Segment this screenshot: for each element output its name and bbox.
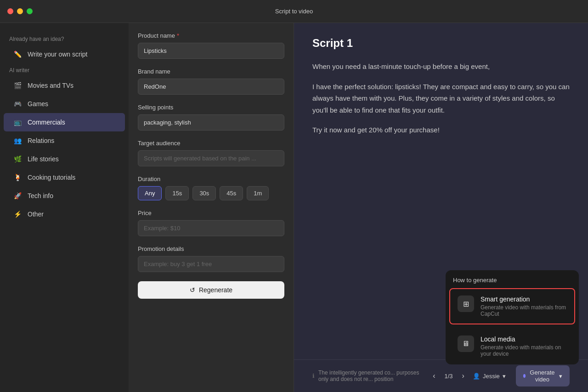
other-icon: ⚡ — [13, 210, 22, 219]
sidebar-item-movies[interactable]: 🎬 Movies and TVs — [4, 76, 125, 95]
duration-45s-button[interactable]: 45s — [220, 186, 243, 200]
duration-group: Duration Any 15s 30s 45s 1m — [138, 176, 284, 200]
footer-info-text: The intelligently generated co... purpos… — [318, 369, 429, 382]
popup-option-local-desc: Generate video with materials on your de… — [481, 344, 567, 357]
popup-option-local[interactable]: 🖥 Local media Generate video with materi… — [449, 328, 575, 364]
footer-right: 👤 Jessie ▾ Generate video ▾ — [468, 365, 570, 386]
price-group: Price — [138, 210, 284, 236]
relations-icon: 👥 — [13, 136, 22, 145]
titlebar: Script to video — [0, 0, 588, 23]
price-input[interactable] — [138, 220, 284, 236]
target-audience-group: Target audience — [138, 140, 284, 166]
regenerate-label: Regenerate — [199, 286, 232, 294]
sidebar-item-label-lifestories: Life stories — [28, 155, 59, 163]
sidebar-item-label-write-script: Write your own script — [28, 51, 87, 58]
sidebar-item-label-other: Other — [28, 210, 44, 218]
selling-points-label: Selling points — [138, 104, 284, 111]
duration-any-button[interactable]: Any — [138, 186, 162, 200]
main-layout: Already have an idea? ✏️ Write your own … — [0, 23, 588, 392]
promotion-details-group: Promotion details — [138, 245, 284, 272]
sidebar-item-games[interactable]: 🎮 Games — [4, 95, 125, 113]
product-name-label: Product name * — [138, 32, 284, 39]
sidebar-section-ai: AI writer — [0, 63, 129, 76]
product-name-input[interactable] — [138, 43, 284, 59]
sidebar-item-relations[interactable]: 👥 Relations — [4, 131, 125, 150]
user-avatar-icon: 👤 — [473, 373, 480, 380]
user-name: Jessie — [483, 373, 500, 380]
brand-name-input[interactable] — [138, 79, 284, 95]
generate-video-button[interactable]: Generate video ▾ — [516, 365, 570, 386]
sidebar-section-already: Already have an idea? — [0, 32, 129, 45]
footer-pagination: ‹ 1/3 › — [429, 370, 468, 382]
window-controls — [7, 8, 33, 14]
sidebar-item-label-techinfo: Tech info — [28, 192, 53, 199]
pagination-next-button[interactable]: › — [458, 370, 468, 382]
sidebar-item-write-script[interactable]: ✏️ Write your own script — [4, 45, 125, 63]
script-title: Script 1 — [312, 37, 570, 50]
target-audience-input[interactable] — [138, 150, 284, 166]
info-icon: ℹ — [312, 373, 315, 379]
brand-name-group: Brand name — [138, 68, 284, 95]
script-panel: Script 1 When you need a last-minute tou… — [294, 23, 588, 392]
movies-icon: 🎬 — [13, 81, 22, 90]
promotion-details-label: Promotion details — [138, 245, 284, 252]
sidebar-item-techinfo[interactable]: 🚀 Tech info — [4, 187, 125, 205]
regenerate-icon: ↺ — [190, 286, 195, 294]
user-button[interactable]: 👤 Jessie ▾ — [468, 370, 510, 382]
duration-label: Duration — [138, 176, 284, 182]
popup-header: How to generate — [446, 270, 579, 288]
sidebar-item-label-relations: Relations — [28, 137, 54, 144]
sidebar-item-commercials[interactable]: 📺 Commercials — [4, 113, 125, 131]
sidebar-item-label-games: Games — [28, 100, 48, 108]
how-to-generate-popup: How to generate ⊞ Smart generation Gener… — [446, 270, 579, 364]
script-paragraph-3: Try it now and get 20% off your purchase… — [312, 124, 570, 136]
promotion-details-input[interactable] — [138, 256, 284, 272]
pagination-prev-button[interactable]: ‹ — [429, 370, 439, 382]
generate-chevron-icon: ▾ — [559, 373, 562, 380]
lifestories-icon: 🌿 — [13, 154, 22, 164]
popup-option-smart[interactable]: ⊞ Smart generation Generate video with m… — [449, 288, 575, 324]
duration-30s-button[interactable]: 30s — [192, 186, 216, 200]
generate-video-label: Generate video — [529, 369, 555, 383]
selling-points-input[interactable] — [138, 114, 284, 131]
product-name-group: Product name * — [138, 32, 284, 59]
popup-option-smart-desc: Generate video with materials from CapCu… — [481, 304, 567, 317]
script-paragraph-1: When you need a last-minute touch-up bef… — [312, 61, 570, 73]
popup-option-smart-text: Smart generation Generate video with mat… — [481, 295, 567, 317]
popup-option-local-text: Local media Generate video with material… — [481, 335, 567, 357]
user-chevron-icon: ▾ — [503, 373, 506, 380]
sidebar-item-other[interactable]: ⚡ Other — [4, 205, 125, 223]
regenerate-button[interactable]: ↺ Regenerate — [138, 281, 284, 299]
maximize-button[interactable] — [27, 8, 33, 14]
close-button[interactable] — [7, 8, 13, 14]
sidebar-item-label-cooking: Cooking tutorials — [28, 174, 75, 181]
generate-dot-icon — [523, 374, 526, 378]
selling-points-group: Selling points — [138, 104, 284, 131]
commercials-icon: 📺 — [13, 118, 22, 127]
sidebar-item-label-commercials: Commercials — [28, 119, 65, 126]
price-label: Price — [138, 210, 284, 216]
script-paragraph-2: I have the perfect solution: lipsticks! … — [312, 81, 570, 116]
sidebar-item-cooking[interactable]: 🍹 Cooking tutorials — [4, 168, 125, 187]
target-audience-label: Target audience — [138, 140, 284, 147]
duration-buttons: Any 15s 30s 45s 1m — [138, 186, 284, 200]
techinfo-icon: 🚀 — [13, 191, 22, 200]
local-media-icon: 🖥 — [458, 335, 474, 352]
footer-info: ℹ The intelligently generated co... purp… — [312, 369, 429, 382]
cooking-icon: 🍹 — [13, 173, 22, 182]
sidebar: Already have an idea? ✏️ Write your own … — [0, 23, 129, 392]
popup-option-local-title: Local media — [481, 335, 567, 343]
pagination-text: 1/3 — [445, 373, 453, 380]
games-icon: 🎮 — [13, 99, 22, 108]
sidebar-item-label-movies: Movies and TVs — [28, 82, 74, 89]
duration-15s-button[interactable]: 15s — [165, 186, 189, 200]
pencil-icon: ✏️ — [13, 50, 22, 59]
minimize-button[interactable] — [17, 8, 23, 14]
app-title: Script to video — [275, 8, 313, 15]
smart-generation-icon: ⊞ — [458, 295, 474, 312]
duration-1m-button[interactable]: 1m — [247, 186, 269, 200]
required-star: * — [177, 32, 179, 39]
form-panel: Product name * Brand name Selling points… — [129, 23, 294, 392]
script-content: When you need a last-minute touch-up bef… — [312, 61, 570, 136]
sidebar-item-lifestories[interactable]: 🌿 Life stories — [4, 150, 125, 168]
